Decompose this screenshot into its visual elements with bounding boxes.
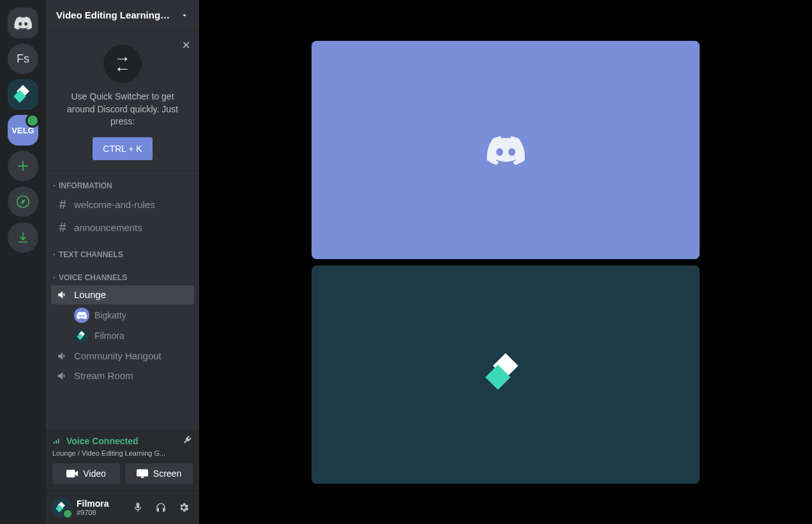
user-name: Filmora (77, 498, 123, 509)
user-tag: #9708 (77, 509, 123, 516)
category-label: TEXT CHANNELS (59, 250, 123, 259)
filmora-icon (57, 503, 66, 512)
plus-icon (15, 158, 31, 174)
chevron-right-icon (51, 251, 57, 258)
voice-channel-path: Lounge / Video Editing Learning G... (52, 449, 193, 457)
voice-user-name: Filmora (94, 331, 124, 341)
explore-button[interactable] (8, 186, 38, 217)
user-avatar[interactable] (51, 497, 71, 518)
status-text: Voice Connected (66, 436, 139, 446)
video-tile-filmora[interactable] (312, 266, 700, 484)
chevron-down-icon (51, 274, 57, 281)
download-button[interactable] (8, 222, 38, 253)
user-panel: Filmora #9708 (46, 491, 199, 524)
chevron-down-icon (51, 183, 57, 189)
voice-user-filmora[interactable]: Filmora (69, 326, 199, 346)
headphones-icon (155, 502, 167, 513)
channel-label: announcements (74, 222, 142, 233)
category-information[interactable]: INFORMATION (46, 176, 199, 193)
avatar (74, 328, 89, 343)
disconnect-button[interactable] (181, 435, 193, 447)
voice-status-panel: Voice Connected Lounge / Video Editing L… (46, 429, 199, 491)
button-label: Screen (153, 468, 181, 479)
server-label: Fs (17, 52, 29, 66)
home-button[interactable] (8, 8, 38, 38)
svg-rect-2 (141, 477, 144, 478)
hash-icon: # (56, 197, 69, 212)
mic-icon (132, 502, 144, 513)
server-fs[interactable]: Fs (8, 43, 38, 74)
speaker-icon (56, 370, 69, 382)
channel-label: welcome-and-rules (74, 199, 155, 210)
close-icon[interactable]: × (182, 37, 190, 54)
add-server-button[interactable] (8, 151, 38, 181)
hash-icon: # (56, 220, 69, 235)
channel-sidebar: Video Editing Learning Gr... × →← Use Qu… (46, 0, 199, 524)
button-label: Video (83, 468, 106, 479)
video-icon (66, 469, 78, 478)
user-info[interactable]: Filmora #9708 (77, 498, 123, 516)
category-text-channels[interactable]: TEXT CHANNELS (46, 245, 199, 262)
mute-button[interactable] (128, 497, 148, 518)
channel-list: INFORMATION # welcome-and-rules # announ… (46, 171, 199, 429)
category-label: INFORMATION (59, 181, 112, 190)
voice-channel-stream-room[interactable]: Stream Room (51, 366, 194, 386)
channel-label: Stream Room (74, 370, 133, 381)
channel-label: Community Hangout (74, 350, 162, 361)
discord-icon (486, 135, 525, 165)
quick-switcher-text: Use Quick Switcher to get around Discord… (56, 91, 189, 128)
server-header[interactable]: Video Editing Learning Gr... (46, 0, 199, 31)
video-tile-bigkatty[interactable] (312, 41, 700, 259)
gear-icon (178, 502, 190, 513)
speaker-icon (56, 350, 69, 362)
server-filmora[interactable] (8, 79, 38, 110)
deafen-button[interactable] (151, 497, 171, 518)
quick-switcher-button[interactable]: CTRL + K (93, 137, 152, 160)
quick-switcher-notice: × →← Use Quick Switcher to get around Di… (46, 31, 199, 171)
channel-announcements[interactable]: # announcements (51, 216, 194, 239)
server-label: VELG (11, 126, 34, 135)
compass-icon (16, 195, 30, 209)
avatar (74, 308, 89, 323)
voice-channel-community-hangout[interactable]: Community Hangout (51, 347, 194, 366)
server-name: Video Editing Learning Gr... (56, 10, 171, 20)
screen-icon (137, 469, 148, 478)
video-button[interactable]: Video (52, 463, 120, 484)
voice-user-name: Bigkatty (94, 310, 126, 320)
disconnect-icon (181, 435, 193, 447)
category-voice-channels[interactable]: VOICE CHANNELS (46, 268, 199, 285)
signal-icon (52, 436, 63, 446)
speaker-icon (56, 289, 69, 301)
voice-video-area (199, 0, 812, 524)
voice-channel-lounge[interactable]: Lounge (51, 285, 194, 304)
voice-user-bigkatty[interactable]: Bigkatty (69, 305, 199, 326)
filmora-icon (15, 87, 31, 102)
chevron-down-icon (180, 11, 189, 20)
discord-icon (77, 311, 87, 319)
channel-welcome-and-rules[interactable]: # welcome-and-rules (51, 193, 194, 216)
quick-switcher-icon: →← (103, 45, 142, 83)
filmora-icon (78, 332, 86, 340)
server-list: Fs VELG (0, 0, 46, 524)
channel-label: Lounge (74, 289, 106, 300)
category-label: VOICE CHANNELS (59, 273, 127, 282)
filmora-icon (488, 357, 523, 393)
screen-share-button[interactable]: Screen (125, 463, 193, 484)
svg-rect-1 (137, 469, 148, 476)
voice-connected-status[interactable]: Voice Connected (52, 436, 139, 446)
server-velg[interactable]: VELG (8, 115, 38, 146)
settings-button[interactable] (174, 497, 194, 518)
discord-icon (14, 17, 32, 29)
download-icon (16, 230, 30, 244)
